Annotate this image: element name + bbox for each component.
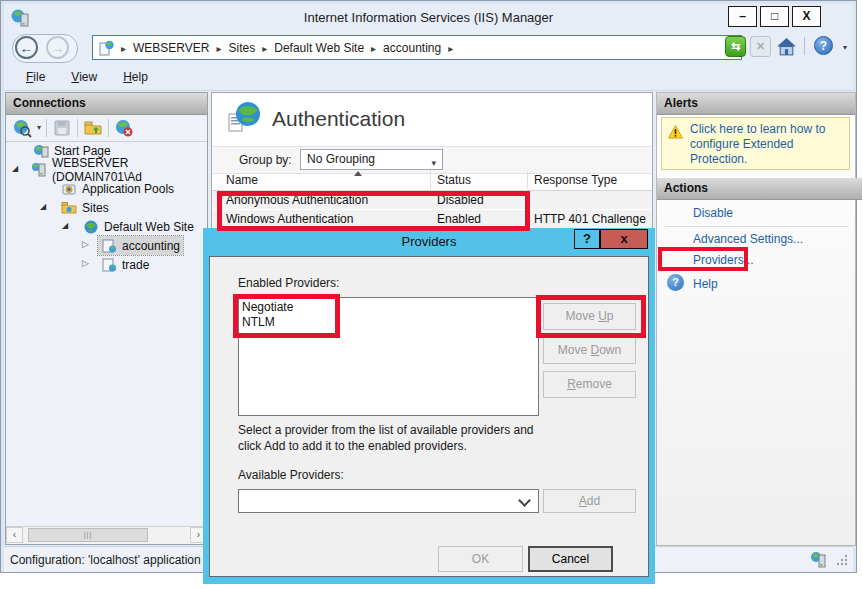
start-page-icon: [33, 143, 49, 159]
expander-open-icon[interactable]: [40, 201, 46, 211]
enabled-providers-listbox[interactable]: Negotiate NTLM: [238, 297, 539, 416]
connections-header: Connections: [6, 93, 207, 115]
cell-name: Anonymous Authentication: [226, 193, 368, 207]
home-icon[interactable]: [776, 36, 797, 57]
menu-file[interactable]: File: [26, 70, 45, 84]
breadcrumb-item-sites[interactable]: Sites: [229, 41, 256, 55]
tree-item-application-pools[interactable]: Application Pools: [6, 179, 207, 198]
breadcrumb-separator-icon: [448, 41, 453, 55]
table-row-windows-authentication[interactable]: Windows Authentication Enabled HTTP 401 …: [212, 210, 652, 228]
tree-item-label: accounting: [122, 239, 180, 253]
cell-name: Windows Authentication: [226, 212, 353, 226]
actions-divider: [665, 226, 848, 227]
expander-open-icon[interactable]: [62, 220, 68, 230]
status-text: Configuration: 'localhost' application: [10, 553, 201, 567]
column-divider[interactable]: [527, 171, 528, 189]
help-icon[interactable]: ?: [814, 36, 833, 55]
breadcrumb-item-accounting[interactable]: accounting: [383, 41, 441, 55]
refresh-icon[interactable]: ⇆: [725, 36, 746, 57]
action-providers[interactable]: Providers...: [693, 253, 754, 267]
breadcrumb-separator-icon: [371, 41, 376, 55]
screenshot-root: Internet Information Services (IIS) Mana…: [0, 0, 863, 589]
tree-item-default-web-site[interactable]: Default Web Site: [6, 217, 207, 236]
tree-item-trade[interactable]: trade: [6, 255, 207, 274]
cell-status: Enabled: [437, 212, 481, 226]
cell-response-type: HTTP 401 Challenge: [534, 212, 646, 226]
group-by-value: No Grouping: [307, 152, 375, 166]
provider-item-negotiate[interactable]: Negotiate: [242, 300, 538, 315]
cell-status: Disabled: [437, 193, 484, 207]
add-button[interactable]: Add: [543, 489, 636, 513]
available-providers-dropdown[interactable]: [238, 489, 539, 513]
scrollbar-thumb[interactable]: |||: [28, 528, 148, 542]
tree-item-sites[interactable]: Sites: [6, 198, 207, 217]
dialog-close-button[interactable]: x: [600, 229, 648, 249]
move-down-button[interactable]: Move Down: [543, 337, 636, 364]
table-header[interactable]: Name Status Response Type: [212, 170, 652, 191]
dialog-help-button[interactable]: ?: [574, 229, 600, 249]
help-dropdown-caret-icon[interactable]: ▾: [843, 43, 847, 52]
breadcrumb[interactable]: WEBSERVER Sites Default Web Site account…: [92, 35, 742, 60]
column-header-status[interactable]: Status: [437, 173, 471, 187]
menu-view[interactable]: View: [71, 70, 97, 84]
cancel-button[interactable]: Cancel: [528, 546, 613, 572]
instruction-text: Select a provider from the list of avail…: [238, 422, 558, 454]
group-by-dropdown[interactable]: No Grouping ▾: [300, 149, 443, 170]
actions-header: Actions: [657, 178, 862, 200]
action-disable[interactable]: Disable: [693, 206, 733, 220]
tree-item-accounting[interactable]: accounting: [6, 236, 207, 255]
breadcrumb-separator-icon: [217, 41, 222, 55]
column-header-response-type[interactable]: Response Type: [534, 173, 617, 187]
move-up-button[interactable]: Move Up: [543, 303, 636, 330]
sort-ascending-icon: [354, 171, 362, 176]
breadcrumb-separator-icon: [121, 41, 126, 55]
expander-closed-icon[interactable]: [82, 258, 89, 268]
forward-button[interactable]: →: [46, 36, 69, 59]
remove-button[interactable]: Remove: [543, 371, 636, 398]
stop-icon[interactable]: ✕: [750, 36, 771, 57]
column-divider[interactable]: [430, 171, 431, 189]
action-help[interactable]: Help: [693, 277, 718, 291]
alerts-header: Alerts: [657, 93, 855, 115]
toolbar-divider: [77, 119, 78, 137]
help-icon: ?: [667, 274, 684, 291]
breadcrumb-item-default-web-site[interactable]: Default Web Site: [274, 41, 364, 55]
ok-button[interactable]: OK: [438, 546, 523, 572]
scroll-left-icon[interactable]: ‹: [6, 527, 23, 543]
actions-sidebar: Alerts Click here to learn how to config…: [656, 92, 856, 546]
alert-box: Click here to learn how to configure Ext…: [661, 117, 850, 170]
address-bar: ← → WEBSERVER Sites Default Web Site acc…: [4, 31, 853, 64]
warning-icon: [668, 125, 683, 139]
expander-closed-icon[interactable]: [82, 239, 89, 249]
column-header-name[interactable]: Name: [226, 173, 258, 187]
connection-dropdown-caret-icon[interactable]: ▾: [37, 123, 41, 132]
application-icon: [101, 257, 117, 273]
expander-open-icon[interactable]: [12, 163, 18, 173]
tree-item-label: Default Web Site: [104, 220, 194, 234]
provider-item-ntlm[interactable]: NTLM: [242, 315, 538, 330]
maximize-button[interactable]: □: [760, 6, 789, 27]
resize-grip-icon[interactable]: [836, 553, 849, 566]
dropdown-chevron-icon: [518, 494, 531, 507]
server-icon: [31, 162, 47, 178]
disconnect-icon[interactable]: [114, 118, 134, 138]
folder-up-icon[interactable]: [83, 118, 103, 138]
application-pools-icon: [61, 181, 77, 197]
tree-item-webserver[interactable]: WEBSERVER (DOMAIN701\Ad: [6, 160, 207, 179]
toolbar-divider: [804, 37, 805, 55]
menu-help[interactable]: Help: [123, 70, 148, 84]
action-advanced-settings[interactable]: Advanced Settings...: [693, 232, 803, 246]
breadcrumb-item-webserver[interactable]: WEBSERVER: [133, 41, 209, 55]
tree-horizontal-scrollbar[interactable]: ‹ ||| ›: [6, 526, 207, 544]
toolbar-divider: [46, 119, 47, 137]
close-button[interactable]: X: [792, 6, 821, 27]
window-titlebar[interactable]: Internet Information Services (IIS) Mana…: [4, 4, 853, 31]
toolbar-divider: [108, 119, 109, 137]
connections-panel: Connections ▾: [5, 92, 208, 545]
save-icon[interactable]: [52, 118, 72, 138]
back-button[interactable]: ←: [15, 36, 38, 59]
alert-link[interactable]: Click here to learn how to configure Ext…: [690, 122, 845, 167]
table-row-anonymous-authentication[interactable]: Anonymous Authentication Disabled: [212, 191, 652, 209]
create-connection-icon[interactable]: [12, 118, 32, 138]
minimize-button[interactable]: –: [728, 6, 757, 27]
